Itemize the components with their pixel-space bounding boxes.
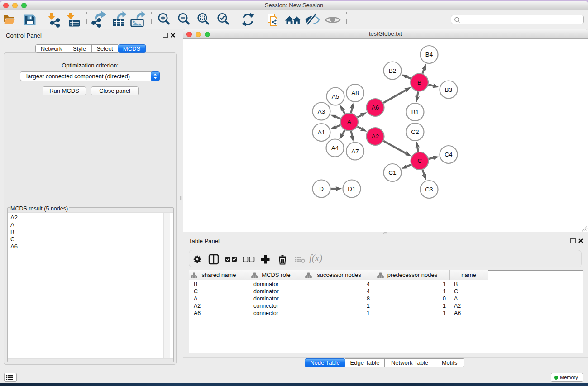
svg-text:B: B: [417, 79, 421, 86]
svg-text:C4: C4: [445, 151, 453, 158]
svg-text:B2: B2: [389, 67, 397, 74]
svg-text:B3: B3: [445, 86, 453, 93]
svg-text:A7: A7: [351, 148, 359, 155]
svg-text:C: C: [417, 157, 422, 164]
svg-text:D1: D1: [348, 186, 355, 192]
svg-text:D: D: [319, 186, 324, 192]
svg-text:A5: A5: [332, 93, 339, 100]
svg-text:A8: A8: [351, 90, 359, 96]
svg-text:B1: B1: [411, 109, 419, 115]
svg-text:A4: A4: [331, 145, 339, 152]
svg-text:C2: C2: [411, 129, 419, 135]
svg-text:A1: A1: [318, 129, 325, 136]
svg-text:B4: B4: [425, 51, 433, 58]
svg-text:A3: A3: [318, 108, 325, 115]
svg-text:A: A: [347, 119, 351, 125]
svg-text:A2: A2: [372, 133, 379, 140]
svg-text:A6: A6: [372, 104, 379, 111]
svg-text:C1: C1: [388, 169, 396, 176]
svg-text:C3: C3: [425, 186, 433, 193]
